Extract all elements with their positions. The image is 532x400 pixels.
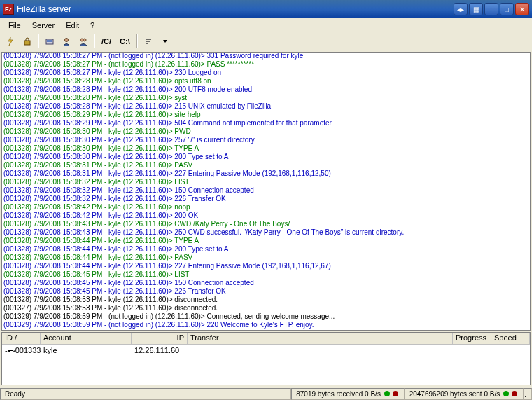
header-transfer[interactable]: Transfer [188,333,453,344]
svg-point-3 [65,38,69,41]
title-bar: Fz FileZilla server ◂▸ ▦ _ □ ✕ [0,0,532,18]
resize-grip-icon[interactable]: ⋰ [524,388,532,400]
connection-row[interactable]: -⊷001333 kyle 12.26.111.60 [2,345,530,357]
log-line: (001328) 7/9/2008 15:08:31 PM - kyle (12… [4,170,528,178]
header-id[interactable]: ID / [2,333,41,344]
close-button[interactable]: ✕ [515,3,529,15]
sort-icon[interactable] [141,34,156,49]
connection-header-row: ID / Account IP Transfer Progress Speed [2,333,530,345]
log-line: (001328) 7/9/2008 15:08:30 PM - kyle (12… [4,127,528,136]
header-ip[interactable]: IP [132,333,188,344]
svg-rect-0 [24,41,30,45]
display-unix-toggle[interactable]: /C/ [98,34,115,49]
connection-table: ID / Account IP Transfer Progress Speed … [1,332,531,385]
connection-transfer [188,345,453,356]
log-line: (001328) 7/9/2008 15:08:30 PM - kyle (12… [4,144,528,153]
sent-led-green-icon [503,391,509,396]
log-line: (001328) 7/9/2008 15:08:29 PM - kyle (12… [4,111,528,119]
status-bar: Ready 87019 bytes received 0 B/s 2047696… [0,387,532,400]
connection-progress [453,345,491,356]
menu-help[interactable]: ? [85,20,100,31]
toolbar-separator [136,34,138,48]
svg-point-4 [80,39,83,41]
connection-account: kyle [41,345,132,356]
minimize-button[interactable]: _ [484,3,498,15]
log-line: (001328) 7/9/2008 15:08:27 PM - kyle (12… [4,69,528,77]
log-line: (001328) 7/9/2008 15:08:30 PM - kyle (12… [4,153,528,161]
log-line: (001327) 7/9/2008 15:08:53 PM - kyle (12… [4,304,528,312]
log-line: (001328) 7/9/2008 15:08:28 PM - kyle (12… [4,94,528,102]
status-ready: Ready [0,388,291,400]
log-line: (001328) 7/9/2008 15:08:27 PM - (not log… [4,52,528,60]
menu-bar: File Server Edit ? [0,18,532,32]
lock-icon[interactable] [20,34,35,49]
app-icon: Fz [3,4,14,15]
svg-rect-2 [47,40,52,42]
connection-arrow-icon: -⊷ [5,346,15,354]
log-line: (001328) 7/9/2008 15:08:43 PM - kyle (12… [4,228,528,237]
sent-led-red-icon [512,391,517,396]
log-line: (001328) 7/9/2008 15:08:29 PM - kyle (12… [4,119,528,127]
log-line: (001328) 7/9/2008 15:08:43 PM - kyle (12… [4,220,528,228]
menu-server[interactable]: Server [27,20,60,31]
log-line: (001328) 7/9/2008 15:08:27 PM - (not log… [4,60,528,69]
toolbar: /C/ C:\ [0,32,532,50]
status-sent: 2047696209 bytes sent 0 B/s [405,388,524,400]
connection-speed [491,345,530,356]
recv-led-green-icon [384,391,390,396]
maximize-button[interactable]: □ [500,3,514,15]
log-line: (001328) 7/9/2008 15:08:45 PM - kyle (12… [4,279,528,287]
header-account[interactable]: Account [41,333,132,344]
log-line: (001328) 7/9/2008 15:08:44 PM - kyle (12… [4,245,528,254]
connection-ip: 12.26.111.60 [132,345,188,356]
display-win-toggle[interactable]: C:\ [116,34,134,49]
dropdown-icon[interactable] [158,34,173,49]
log-line: (001328) 7/9/2008 15:08:32 PM - kyle (12… [4,178,528,186]
log-line: (001328) 7/9/2008 15:08:30 PM - kyle (12… [4,136,528,144]
svg-point-5 [83,39,86,41]
log-line: (001329) 7/9/2008 15:08:59 PM - (not log… [4,321,528,329]
connection-id: -⊷001333 [2,345,41,356]
toolbar-separator [38,34,39,48]
groups-icon[interactable] [76,34,91,49]
tray-button-2[interactable]: ▦ [469,3,483,15]
window-title: FileZilla server [17,4,454,14]
log-line: (001328) 7/9/2008 15:08:45 PM - kyle (12… [4,270,528,279]
log-line: (001328) 7/9/2008 15:08:32 PM - kyle (12… [4,186,528,195]
lightning-icon[interactable] [3,34,18,49]
log-line: (001328) 7/9/2008 15:08:28 PM - kyle (12… [4,77,528,85]
menu-file[interactable]: File [3,20,27,31]
log-line: (001328) 7/9/2008 15:08:44 PM - kyle (12… [4,237,528,245]
menu-edit[interactable]: Edit [60,20,85,31]
log-line: (001328) 7/9/2008 15:08:44 PM - kyle (12… [4,262,528,270]
status-received: 87019 bytes received 0 B/s [291,388,404,400]
log-line: (001328) 7/9/2008 15:08:31 PM - kyle (12… [4,161,528,170]
log-line: (001328) 7/9/2008 15:08:42 PM - kyle (12… [4,212,528,220]
log-line: (001328) 7/9/2008 15:08:44 PM - kyle (12… [4,254,528,262]
toolbar-separator [94,34,95,48]
log-line: (001328) 7/9/2008 15:08:42 PM - kyle (12… [4,203,528,212]
log-line: (001328) 7/9/2008 15:08:28 PM - kyle (12… [4,85,528,94]
header-speed[interactable]: Speed [491,333,530,344]
users-icon[interactable] [59,34,74,49]
tray-button-1[interactable]: ◂▸ [454,3,468,15]
log-line: (001329) 7/9/2008 15:08:59 PM - (not log… [4,312,528,321]
settings-icon[interactable] [42,34,57,49]
log-line: (001328) 7/9/2008 15:08:32 PM - kyle (12… [4,195,528,203]
header-progress[interactable]: Progress [453,333,491,344]
log-line: (001328) 7/9/2008 15:08:53 PM - kyle (12… [4,296,528,304]
recv-led-red-icon [393,391,398,396]
log-line: (001328) 7/9/2008 15:08:45 PM - kyle (12… [4,287,528,296]
log-line: (001328) 7/9/2008 15:08:28 PM - kyle (12… [4,102,528,111]
window-buttons: ◂▸ ▦ _ □ ✕ [454,3,529,15]
log-pane[interactable]: (001327) 7/9/2008 15:08:23 PM - kyle (12… [1,52,531,331]
